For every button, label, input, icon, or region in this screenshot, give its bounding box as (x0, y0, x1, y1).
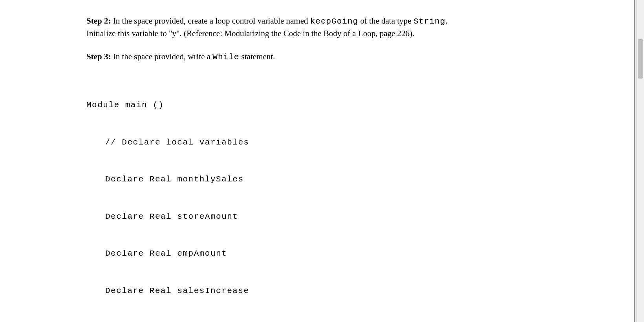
step-3-paragraph: Step 3: In the space provided, write a W… (86, 51, 463, 63)
code-line-comment-declare: // Declare local variables (86, 136, 249, 149)
step2-code-keepgoing: keepGoing (310, 17, 358, 26)
document-page: End Module Step 2: In the space provided… (0, 0, 644, 317)
step2-code-string: String (413, 17, 446, 26)
step3-code-while: While (212, 53, 239, 62)
step-2-label: Step 2: (86, 16, 111, 26)
scrollbar-thumb[interactable] (638, 39, 643, 79)
code-line-module-main: Module main () (86, 101, 164, 110)
step2-seg2: of the data type (358, 16, 413, 26)
step-3-label: Step 3: (86, 52, 111, 61)
code-line-declare-salesincrease: Declare Real salesIncrease (86, 285, 249, 297)
step3-seg1: In the space provided, write a (111, 52, 212, 61)
pseudocode-block: Module main () // Declare local variable… (86, 74, 575, 322)
code-line-declare-empamount: Declare Real empAmount (86, 247, 227, 260)
step3-seg2: statement. (239, 52, 275, 61)
step2-seg1: In the space provided, create a loop con… (111, 16, 310, 26)
code-line-declare-monthlysales: Declare Real monthlySales (86, 173, 244, 186)
vertical-scrollbar[interactable] (636, 0, 644, 322)
code-line-declare-storeamount: Declare Real storeAmount (86, 210, 238, 223)
page-right-edge (634, 0, 635, 322)
step-2-paragraph: Step 2: In the space provided, create a … (86, 15, 463, 40)
